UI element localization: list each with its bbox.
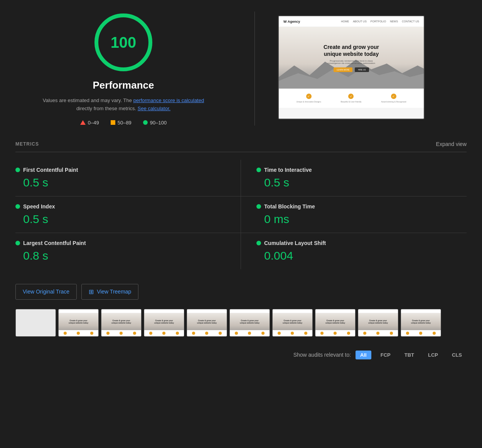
pass-range: 90–100 [150, 120, 167, 126]
mock-check-3: ✓ [391, 94, 396, 99]
treemap-icon: ⊞ [89, 288, 94, 295]
metric-tti-name: Time to Interactive [264, 167, 312, 173]
film-frame-4: Create & grow yourunique website today [144, 309, 184, 337]
average-range: 50–89 [118, 120, 131, 126]
film-frame-inner-3: Create & grow yourunique website today [101, 309, 141, 336]
film-frame-9: Create & grow yourunique website today [358, 309, 398, 337]
mock-btn-hireus: HIRE US [355, 67, 369, 72]
metrics-label: METRICS [15, 141, 39, 147]
metric-si-dot [15, 204, 20, 209]
filter-fcp-button[interactable]: FCP [376, 351, 395, 359]
mock-check-2: ✓ [348, 94, 354, 99]
metric-lcp: Largest Contentful Paint 0.8 s [15, 233, 241, 269]
mock-navbar: W Agency HOME ABOUT US PORTFOLIO NEWS CO… [279, 16, 424, 27]
film-frame-8: Create & grow yourunique website today [315, 309, 356, 337]
film-frame-inner-7: Create & grow yourunique website today [273, 309, 312, 336]
screenshot-section: W Agency HOME ABOUT US PORTFOLIO NEWS CO… [278, 12, 467, 119]
metric-tbt: Total Blocking Time 0 ms [241, 196, 467, 233]
audit-filters-label: Show audits relevant to: [293, 352, 351, 358]
film-frame-2: Create & grow yourunique website today [58, 309, 99, 337]
pass-icon [143, 120, 148, 125]
metric-fcp-name-row: First Contentful Paint [15, 167, 233, 173]
score-value: 100 [111, 34, 137, 51]
metric-si-name: Speed Index [23, 203, 55, 210]
mock-hero-sub: Progressively reintermediate best-in-cla… [327, 60, 375, 64]
legend-item-fail: 0–49 [80, 120, 99, 126]
metric-cls-name: Cumulative Layout Shift [264, 240, 326, 246]
filter-tbt-button[interactable]: TBT [400, 351, 419, 359]
view-treemap-button[interactable]: ⊞ View Treemap [81, 284, 138, 300]
metric-fcp-dot [15, 168, 20, 172]
mock-feature-text-2: Beautiful & User-friendly [341, 101, 362, 103]
metrics-header: METRICS Expand view [15, 141, 467, 147]
legend-row: 0–49 50–89 90–100 [80, 120, 167, 126]
audit-filters: Show audits relevant to: All FCP TBT LCP… [15, 346, 467, 364]
score-section: 100 Performance Values are estimated and… [15, 12, 231, 126]
metric-fcp-value: 0.5 s [15, 176, 233, 189]
mock-nav-links: HOME ABOUT US PORTFOLIO NEWS CONTACT US [341, 20, 419, 23]
main-container: 100 Performance Values are estimated and… [0, 0, 482, 376]
mock-check-1: ✓ [306, 94, 312, 99]
filter-all-button[interactable]: All [356, 351, 371, 359]
metric-si: Speed Index 0.5 s [15, 196, 241, 233]
metrics-section: METRICS Expand view First Contentful Pai… [15, 141, 467, 269]
mock-feature-2: ✓ Beautiful & User-friendly [341, 94, 362, 103]
perf-score-link[interactable]: performance score is calculated [133, 97, 204, 103]
metric-lcp-dot [15, 241, 20, 245]
expand-view-button[interactable]: Expand view [436, 141, 467, 147]
average-icon [111, 120, 115, 125]
metric-lcp-name-row: Largest Contentful Paint [15, 240, 233, 246]
metric-cls-dot [256, 241, 261, 245]
mock-nav-portfolio: PORTFOLIO [371, 20, 386, 23]
perf-title: Performance [93, 79, 154, 91]
mock-nav-home: HOME [341, 20, 349, 23]
film-frame-inner-5: Create & grow yourunique website today [187, 309, 227, 336]
legend-item-average: 50–89 [111, 120, 131, 126]
film-frame-5: Create & grow yourunique website today [187, 309, 227, 337]
mock-logo: W Agency [283, 20, 300, 23]
screenshot-frame: W Agency HOME ABOUT US PORTFOLIO NEWS CO… [278, 15, 425, 119]
metric-lcp-name: Largest Contentful Paint [23, 240, 86, 246]
film-frame-inner-6: Create & grow yourunique website today [230, 309, 270, 336]
fail-icon [80, 120, 86, 125]
mock-btn-learnmore: LEARN MORE [334, 67, 352, 72]
metrics-divider [15, 152, 467, 152]
buttons-row: View Original Trace ⊞ View Treemap [15, 281, 467, 300]
mock-feature-text-3: Award-winning & Recognised [381, 101, 406, 103]
metric-fcp-name: First Contentful Paint [23, 167, 78, 173]
view-original-trace-button[interactable]: View Original Trace [15, 284, 77, 300]
filter-lcp-button[interactable]: LCP [423, 351, 443, 359]
metrics-grid: First Contentful Paint 0.5 s Time to Int… [15, 160, 467, 269]
vertical-divider [254, 12, 255, 126]
mock-feature-1: ✓ Unique & Innovative Designs [296, 94, 321, 103]
desc-text1: Values are estimated and may vary. The [43, 97, 132, 103]
mock-hero-text: Create and grow yourunique website today [324, 44, 379, 57]
metric-tti: Time to Interactive 0.5 s [241, 160, 467, 196]
top-section: 100 Performance Values are estimated and… [15, 12, 467, 126]
film-frame-inner-4: Create & grow yourunique website today [144, 309, 184, 336]
fail-range: 0–49 [88, 120, 99, 126]
score-circle: 100 [93, 12, 154, 73]
film-frame-inner-10: Create & grow yourunique website today [401, 309, 441, 336]
metric-tbt-name-row: Total Blocking Time [256, 203, 459, 210]
film-frame-10: Create & grow yourunique website today [401, 309, 441, 337]
film-frame-inner-8: Create & grow yourunique website today [315, 309, 355, 336]
mock-features: ✓ Unique & Innovative Designs ✓ Beautifu… [279, 89, 424, 108]
metric-tbt-value: 0 ms [256, 213, 459, 226]
desc-text2: directly from these metrics. [76, 106, 136, 111]
perf-description: Values are estimated and may vary. The p… [42, 97, 204, 113]
metric-lcp-value: 0.8 s [15, 249, 233, 262]
view-trace-label: View Original Trace [23, 289, 69, 295]
metric-si-value: 0.5 s [15, 213, 233, 226]
filter-cls-button[interactable]: CLS [447, 351, 467, 359]
metric-tbt-dot [256, 204, 261, 209]
screenshot-mockup: W Agency HOME ABOUT US PORTFOLIO NEWS CO… [279, 16, 424, 119]
film-frame-1 [15, 309, 56, 337]
view-treemap-label: View Treemap [97, 289, 131, 295]
mock-feature-3: ✓ Award-winning & Recognised [381, 94, 406, 103]
film-frame-inner-9: Create & grow yourunique website today [358, 309, 398, 336]
mock-nav-about: ABOUT US [353, 20, 367, 23]
metric-cls-name-row: Cumulative Layout Shift [256, 240, 459, 246]
calculator-link[interactable]: See calculator. [138, 106, 170, 111]
film-frame-inner-2: Create & grow yourunique website today [59, 309, 98, 336]
